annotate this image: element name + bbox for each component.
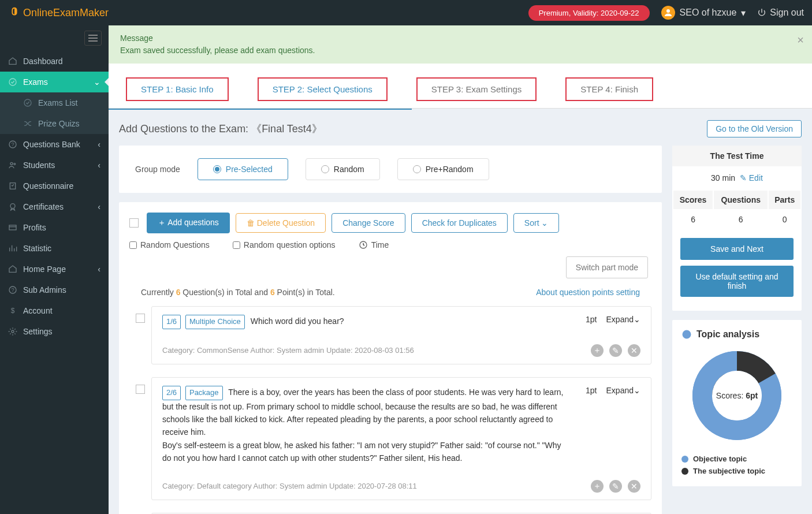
sidebar-label: Profits [23, 223, 46, 232]
question-number: 1/6 [162, 315, 181, 329]
add-icon[interactable]: ＋ [591, 344, 604, 357]
stats-questions-header: Questions [714, 191, 768, 209]
time-toggle[interactable]: Time [359, 240, 389, 249]
chevron-down-icon: ⌄ [634, 315, 640, 324]
sidebar-item-students[interactable]: Students ‹ [0, 155, 109, 176]
chevron-left-icon: ‹ [98, 265, 100, 274]
sidebar-item-profits[interactable]: Profits [0, 217, 109, 238]
change-score-button[interactable]: Change Score [331, 213, 405, 233]
edit-time-link[interactable]: ✎ Edit [740, 173, 763, 182]
chevron-down-icon: ⌄ [541, 218, 548, 228]
step-2-button[interactable]: STEP 2: Select Questions [258, 77, 388, 101]
gear-icon [8, 327, 17, 336]
sidebar-item-certificates[interactable]: Certificates ‹ [0, 196, 109, 217]
sidebar-item-sub-admins[interactable]: ? Sub Admins [0, 280, 109, 300]
power-icon [757, 8, 766, 17]
random-questions-checkbox[interactable]: Random Questions [129, 240, 210, 249]
add-questions-button[interactable]: ＋ Add questions [147, 213, 230, 233]
question-meta: Category: Default category Author: Syste… [162, 482, 417, 490]
sidebar-item-dashboard[interactable]: Dashboard [0, 51, 109, 72]
random-options-checkbox[interactable]: Random question options [233, 240, 336, 249]
sidebar-item-prize-quizs[interactable]: Prize Quizs [0, 113, 109, 134]
expand-toggle[interactable]: Expand⌄ [606, 386, 640, 395]
test-time-header: The Test Time [672, 146, 802, 166]
stats-table: Scores Questions Parts 6 6 0 [672, 189, 802, 230]
delete-question-button[interactable]: 🗑 Delete Question [236, 213, 326, 233]
step-1-button[interactable]: STEP 1: Basic Info [126, 77, 229, 101]
svg-text:$: $ [11, 307, 15, 315]
sidebar-item-exams-list[interactable]: Exams List [0, 92, 109, 113]
user-name: SEO of hzxue [680, 8, 737, 18]
question-item[interactable]: 1/6 Multiple Choice Which word did you h… [151, 306, 651, 364]
app-header: OnlineExamMaker Premium, Validity: 2020-… [0, 0, 812, 25]
close-icon[interactable]: ✕ [628, 480, 640, 493]
sidebar-exams-sub: Exams List Prize Quizs [0, 92, 109, 134]
stats-scores-header: Scores [673, 191, 713, 209]
svg-point-6 [14, 163, 16, 165]
question-points: 1pt [586, 386, 597, 395]
question-icon: ? [8, 140, 17, 149]
group-mode-preselected[interactable]: Pre-Selected [198, 158, 288, 180]
sidebar-item-questionnaire[interactable]: Questionnaire [0, 176, 109, 196]
alert-success: Message Exam saved successfully, please … [109, 25, 812, 64]
sort-button[interactable]: Sort ⌄ [513, 213, 560, 233]
hamburger-icon [84, 31, 102, 46]
old-version-button[interactable]: Go to the Old Version [707, 120, 802, 137]
toolbar: ＋ Add questions 🗑 Delete Question Change… [129, 213, 651, 233]
topic-analysis-panel: Topic analysis Scores: 6pt [672, 320, 802, 486]
stats-parts-header: Parts [769, 191, 800, 209]
step-4-button[interactable]: STEP 4: Finish [565, 77, 653, 101]
chevron-down-icon: ▾ [741, 8, 746, 18]
sidebar-item-account[interactable]: $ Account [0, 300, 109, 321]
alert-close-button[interactable]: × [797, 31, 804, 49]
add-icon[interactable]: ＋ [591, 480, 604, 493]
alert-title: Message [120, 32, 800, 44]
expand-toggle[interactable]: Expand⌄ [606, 315, 640, 324]
signout-button[interactable]: Sign out [757, 8, 804, 18]
user-menu[interactable]: SEO of hzxue ▾ [661, 6, 746, 20]
check-duplicates-button[interactable]: Check for Duplicates [411, 213, 508, 233]
select-all-checkbox[interactable] [129, 218, 139, 228]
alert-body: Exam saved successfully, please add exam… [120, 44, 800, 57]
sidebar-label: Dashboard [23, 57, 63, 66]
sidebar-item-home-page[interactable]: Home Page ‹ [0, 259, 109, 280]
sidebar-item-exams[interactable]: Exams ⌄ [0, 72, 109, 92]
svg-point-14 [12, 330, 14, 333]
radio-icon [213, 165, 221, 173]
topic-title: Topic analysis [681, 329, 792, 340]
about-points-link[interactable]: About question points setting [536, 288, 640, 297]
test-time-value: 30 min [711, 173, 735, 182]
radio-icon [413, 165, 421, 173]
question-text: 1/6 Multiple Choice Which word did you h… [162, 315, 571, 329]
sidebar-item-statistic[interactable]: Statistic [0, 238, 109, 259]
sidebar-item-questions-bank[interactable]: ? Questions Bank ‹ [0, 134, 109, 155]
switch-part-button[interactable]: Switch part mode [566, 256, 648, 278]
sidebar-label: Students [23, 161, 55, 170]
svg-text:?: ? [11, 287, 14, 293]
header-right: Premium, Validity: 2020-09-22 SEO of hzx… [528, 5, 804, 21]
use-default-button[interactable]: Use default setting and finish [680, 266, 794, 297]
close-icon[interactable]: ✕ [628, 344, 640, 357]
stats-parts-value: 0 [769, 210, 800, 229]
toolbar-options: Random Questions Random question options… [129, 233, 651, 252]
group-mode-random[interactable]: Random [306, 158, 380, 180]
plus-icon: ＋ [158, 218, 167, 227]
svg-point-5 [10, 162, 13, 165]
svg-point-8 [10, 204, 15, 208]
edit-icon[interactable]: ✎ [609, 480, 622, 493]
sidebar-label: Settings [23, 327, 53, 336]
sidebar-item-settings[interactable]: Settings [0, 321, 109, 342]
svg-point-0 [666, 9, 670, 13]
group-mode-pre-random[interactable]: Pre+Random [397, 158, 489, 180]
step-3-button[interactable]: STEP 3: Exam Settings [416, 77, 537, 101]
question-checkbox[interactable] [136, 314, 145, 323]
logo[interactable]: OnlineExamMaker [8, 6, 109, 19]
question-item[interactable]: 2/6 Package There is a boy, over the yea… [151, 377, 651, 500]
save-next-button[interactable]: Save and Next [680, 238, 794, 260]
edit-icon[interactable]: ✎ [609, 344, 622, 357]
question-checkbox[interactable] [136, 385, 145, 394]
page-title: Add Questions to the Exam: 《Final Test4》 [119, 122, 322, 136]
check-circle-icon [8, 77, 17, 87]
sidebar-toggle[interactable] [0, 25, 109, 51]
test-time-panel: The Test Time 30 min ✎ Edit Scores Quest… [672, 146, 802, 311]
